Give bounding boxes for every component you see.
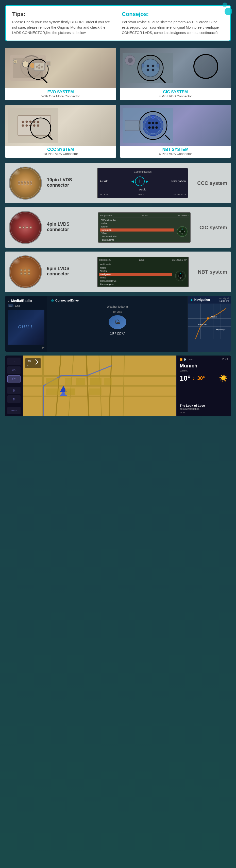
nbt-image bbox=[120, 105, 231, 146]
connected-drive-panel: ⊙ ConnectedDrive Weather today in Toront… bbox=[47, 296, 188, 352]
svg-text:25: 25 bbox=[28, 360, 31, 363]
nbt-item-0: Multimedia bbox=[99, 263, 172, 266]
svg-rect-94 bbox=[46, 389, 60, 395]
nbt-header-left: Hauptmenü bbox=[99, 259, 111, 261]
nbt-menu-list: Multimedia Radio Telefon Navigation Offi… bbox=[99, 263, 172, 287]
sidebar-star-btn[interactable]: ⊛ bbox=[7, 395, 21, 403]
refresh-icon: ⟳ bbox=[12, 377, 16, 381]
nav-top-bar: ▲ Navigation No signal 11:08 pm bbox=[188, 296, 231, 304]
svg-rect-92 bbox=[65, 378, 72, 385]
tips-column-es: Consejos: Por favor revise su auto siste… bbox=[122, 11, 224, 35]
media-radio-panel: ♪ Media/Radio 053 Chill CHILL ▶ bbox=[5, 296, 47, 352]
sidebar-cd-btn[interactable]: CD bbox=[7, 366, 21, 374]
svg-rect-51 bbox=[152, 116, 154, 118]
connector-row-cic: 4pin LVDSconnector Hauptmenü 15:50 BAYER… bbox=[5, 207, 231, 248]
sidebar-plus-btn[interactable]: ⊕ bbox=[7, 387, 21, 394]
svg-point-17 bbox=[142, 59, 159, 77]
evo-media-content: ♪ Media/Radio 053 Chill CHILL ▶ bbox=[5, 296, 231, 352]
tips-title-en: Tips: bbox=[12, 11, 114, 18]
svg-point-29 bbox=[22, 121, 24, 123]
nbt-header-time: 15:35 bbox=[139, 259, 145, 261]
city-name: Munich bbox=[180, 363, 228, 369]
cic-item-6: Fahrzeuginfo bbox=[100, 238, 174, 241]
connector-row-nbt: 6pin LVDSconnector Hauptmenü 15:35 GONG9… bbox=[5, 252, 231, 292]
weather-city: Toronto bbox=[113, 310, 122, 313]
main-temp: 10° bbox=[180, 374, 190, 382]
svg-point-11 bbox=[41, 66, 43, 68]
svg-point-12 bbox=[38, 67, 40, 69]
svg-rect-68 bbox=[188, 304, 231, 352]
ccc-image bbox=[5, 105, 116, 146]
artist-name: Zola Mirembenda bbox=[180, 407, 228, 410]
nbt2-full-nav-screen: ♪ CD ⟳ ⊕ ⊛ APPS bbox=[5, 355, 231, 416]
weather-temp-display: 18 / 22°C bbox=[110, 331, 125, 335]
nbt-item-1: Radio bbox=[99, 266, 172, 269]
media-title-bar: ♪ Media/Radio bbox=[8, 299, 45, 303]
signal-icon: 📡 bbox=[183, 358, 186, 361]
cic-item-4: Office bbox=[100, 232, 174, 235]
four-pin-array bbox=[19, 226, 32, 229]
evo-system-title: EVO SYSTEM bbox=[5, 90, 116, 94]
connector-label-4pin: 4pin LVDSconnector bbox=[47, 222, 93, 232]
nbt2-map-svg: 25 m bbox=[23, 355, 176, 416]
station-info: 053 Chill bbox=[8, 304, 45, 307]
music-info: The Look of Love Zola Mirembenda 03:14 bbox=[180, 402, 228, 414]
tips-title-es: Consejos: bbox=[122, 11, 224, 18]
station-name: Chill bbox=[15, 304, 20, 307]
nbt-system-title: NBT SYSTEM bbox=[120, 147, 231, 152]
ccc-right-arrow: ▶ bbox=[146, 179, 148, 183]
nbt-system-subtitle: 6 Pin LVDS Connector bbox=[120, 152, 231, 156]
svg-point-49 bbox=[152, 126, 154, 129]
pin-array-10 bbox=[18, 181, 33, 185]
svg-point-35 bbox=[26, 125, 28, 127]
album-art-box: CHILL bbox=[8, 310, 45, 345]
svg-point-45 bbox=[148, 122, 151, 124]
pin-6-6 bbox=[28, 272, 30, 275]
nbt-system-row-label: NBT system bbox=[198, 269, 227, 275]
ccc-date: 01. 03.2018 bbox=[174, 193, 186, 196]
nbt-screen-preview: Hauptmenü 15:35 GONG96.3 TP Multimedia R… bbox=[97, 257, 189, 287]
svg-point-63 bbox=[178, 274, 182, 278]
nbt-header-right: GONG96.3 TP bbox=[172, 259, 187, 261]
nbt-item-3-active: Navigation bbox=[99, 273, 172, 276]
svg-point-21 bbox=[152, 69, 154, 71]
connector-shine bbox=[12, 169, 21, 176]
svg-point-10 bbox=[38, 64, 40, 66]
pin-5 bbox=[30, 181, 32, 183]
navigation-panel: ▲ Navigation No signal 11:08 pm bbox=[188, 296, 231, 352]
sidebar-divider-2 bbox=[9, 405, 19, 405]
ccc-screen-preview: Communication Air AC ◀ i ▶ Navigation Au… bbox=[97, 168, 188, 198]
cloud-icon: 🌤 bbox=[114, 319, 121, 326]
system-card-ccc: CCC SYSTEM 10 Pin LVDS Connector bbox=[5, 105, 116, 158]
pin-1 bbox=[18, 181, 20, 183]
pin-2 bbox=[21, 181, 23, 183]
svg-point-34 bbox=[22, 125, 24, 127]
system-card-cic: CIC SYSTEM 4 Pin LVDS Connector bbox=[120, 48, 231, 100]
apps-label: APPS bbox=[11, 409, 17, 412]
svg-text:m: m bbox=[27, 364, 28, 367]
cic-screen-content: Hauptmenü 15:50 BAYERN 3 CD/Multimedia R… bbox=[98, 213, 190, 242]
cic-header: Hauptmenü 15:50 BAYERN 3 bbox=[100, 214, 188, 218]
svg-text:Bayit Village: Bayit Village bbox=[216, 329, 226, 331]
svg-rect-99 bbox=[25, 358, 40, 368]
sidebar-apps-btn[interactable]: APPS bbox=[7, 407, 21, 414]
svg-text:Willow East: Willow East bbox=[198, 323, 207, 326]
cic-system-row-label: CIC system bbox=[200, 225, 227, 230]
svg-point-50 bbox=[155, 126, 158, 129]
svg-point-56 bbox=[180, 229, 184, 234]
cic-item-7: Einstellungen bbox=[100, 242, 174, 243]
svg-point-3 bbox=[14, 61, 16, 63]
cic-image bbox=[120, 48, 231, 88]
ccc-left-arrow: ◀ bbox=[131, 179, 134, 183]
current-label: current bbox=[180, 369, 228, 372]
sidebar-media-btn[interactable]: ♪ bbox=[7, 358, 21, 365]
ccc-info-button[interactable]: i bbox=[135, 177, 145, 186]
six-pin-array bbox=[20, 269, 31, 275]
connector-row-ccc: 10pin LVDSconnector Communication Air AC… bbox=[5, 163, 231, 204]
cic-screen-preview: Hauptmenü 15:50 BAYERN 3 CD/Multimedia R… bbox=[98, 212, 190, 243]
pin-6-1 bbox=[20, 269, 23, 272]
play-icon[interactable]: ▶ bbox=[42, 346, 45, 349]
connector-label-6pin: 6pin LVDSconnector bbox=[47, 266, 92, 277]
sidebar-recycle-btn[interactable]: ⟳ bbox=[7, 375, 21, 383]
svg-point-4 bbox=[22, 61, 28, 67]
